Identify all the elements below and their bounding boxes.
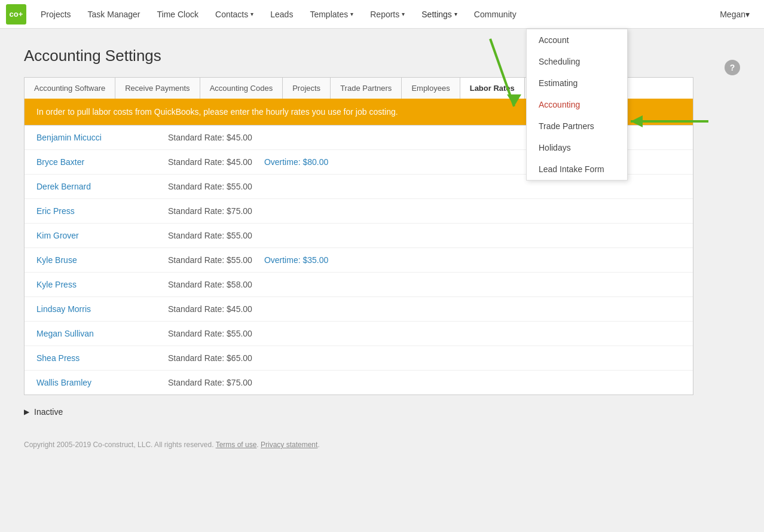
employee-name[interactable]: Wallis Bramley <box>36 378 168 387</box>
employee-name[interactable]: Shea Press <box>36 353 168 363</box>
inactive-label: Inactive <box>34 407 63 417</box>
tab-receive-payments[interactable]: Receive Payments <box>115 78 200 99</box>
footer-privacy-link[interactable]: Privacy statement <box>261 441 317 449</box>
help-icon[interactable]: ? <box>725 60 740 75</box>
table-row: Kyle Bruse Standard Rate: $55.00 Overtim… <box>25 248 693 273</box>
templates-caret: ▾ <box>350 11 353 17</box>
employee-name[interactable]: Eric Press <box>36 206 168 216</box>
settings-dropdown: Account Scheduling Estimating Accounting… <box>526 29 628 181</box>
tab-labor-rates[interactable]: Labor Rates <box>460 78 525 99</box>
tab-projects[interactable]: Projects <box>283 78 331 99</box>
dropdown-item-scheduling[interactable]: Scheduling <box>527 51 627 72</box>
employee-name[interactable]: Benjamin Micucci <box>36 133 168 142</box>
employee-name[interactable]: Bryce Baxter <box>36 157 168 167</box>
nav-item-time-clock[interactable]: Time Clock <box>149 0 207 29</box>
nav-items: Projects Task Manager Time Clock Contact… <box>32 0 711 29</box>
tab-trade-partners[interactable]: Trade Partners <box>331 78 402 99</box>
table-row: Lindsay Morris Standard Rate: $45.00 <box>25 297 693 322</box>
overtime-rate: Overtime: $35.00 <box>264 255 328 265</box>
footer: Copyright 2005-2019 Co-construct, LLC. A… <box>24 441 693 461</box>
dropdown-item-account[interactable]: Account <box>527 29 627 51</box>
standard-rate: Standard Rate: $55.00 <box>168 329 252 338</box>
tab-accounting-codes[interactable]: Accounting Codes <box>200 78 283 99</box>
standard-rate: Standard Rate: $65.00 <box>168 353 252 363</box>
nav-item-task-manager[interactable]: Task Manager <box>80 0 149 29</box>
footer-terms-link[interactable]: Terms of use <box>216 441 257 449</box>
overtime-rate: Overtime: $80.00 <box>264 157 328 167</box>
employee-name[interactable]: Kyle Press <box>36 280 168 289</box>
table-row: Kyle Press Standard Rate: $58.00 <box>25 273 693 297</box>
dropdown-item-holidays[interactable]: Holidays <box>527 137 627 158</box>
help-icon-wrap: ? <box>725 60 740 75</box>
contacts-caret: ▾ <box>250 11 253 17</box>
table-row: Eric Press Standard Rate: $75.00 <box>25 199 693 224</box>
standard-rate: Standard Rate: $45.00 <box>168 133 252 142</box>
nav-item-settings[interactable]: Settings ▾ <box>413 0 466 29</box>
tab-employees[interactable]: Employees <box>402 78 460 99</box>
table-row: Kim Grover Standard Rate: $55.00 <box>25 224 693 248</box>
nav-user[interactable]: Megan ▾ <box>711 0 758 29</box>
nav-item-contacts[interactable]: Contacts ▾ <box>207 0 262 29</box>
table-row: Wallis Bramley Standard Rate: $75.00 <box>25 371 693 395</box>
dropdown-item-trade-partners[interactable]: Trade Partners <box>527 115 627 137</box>
nav-right: Megan ▾ <box>711 0 758 29</box>
employee-name[interactable]: Derek Bernard <box>36 182 168 191</box>
nav-item-templates[interactable]: Templates ▾ <box>301 0 362 29</box>
dropdown-item-estimating[interactable]: Estimating <box>527 72 627 94</box>
employee-name[interactable]: Kyle Bruse <box>36 255 168 265</box>
settings-caret: ▾ <box>454 11 457 17</box>
nav-item-leads[interactable]: Leads <box>262 0 301 29</box>
user-caret: ▾ <box>745 10 750 19</box>
dropdown-item-lead-intake-form[interactable]: Lead Intake Form <box>527 158 627 180</box>
employee-name[interactable]: Megan Sullivan <box>36 329 168 338</box>
standard-rate: Standard Rate: $58.00 <box>168 280 252 289</box>
standard-rate: Standard Rate: $55.00 <box>168 231 252 240</box>
nav-item-community[interactable]: Community <box>466 0 525 29</box>
inactive-chevron: ▶ <box>24 408 29 416</box>
employee-name[interactable]: Lindsay Morris <box>36 304 168 314</box>
table-row: Megan Sullivan Standard Rate: $55.00 <box>25 322 693 346</box>
standard-rate: Standard Rate: $55.00 <box>168 182 252 191</box>
standard-rate: Standard Rate: $45.00 <box>168 304 252 314</box>
standard-rate: Standard Rate: $75.00 <box>168 378 252 387</box>
tab-accounting-software[interactable]: Accounting Software <box>25 78 115 99</box>
nav-item-projects[interactable]: Projects <box>32 0 80 29</box>
standard-rate: Standard Rate: $55.00 <box>168 255 252 265</box>
nav-item-reports[interactable]: Reports ▾ <box>362 0 413 29</box>
logo[interactable]: co+ <box>6 4 26 25</box>
employee-name[interactable]: Kim Grover <box>36 231 168 240</box>
dropdown-item-accounting[interactable]: Accounting <box>527 94 627 115</box>
table-row: Shea Press Standard Rate: $65.00 <box>25 346 693 371</box>
inactive-section[interactable]: ▶ Inactive <box>24 407 693 417</box>
standard-rate: Standard Rate: $75.00 <box>168 206 252 216</box>
reports-caret: ▾ <box>402 11 405 17</box>
navbar: co+ Projects Task Manager Time Clock Con… <box>0 0 764 29</box>
standard-rate: Standard Rate: $45.00 <box>168 157 252 167</box>
